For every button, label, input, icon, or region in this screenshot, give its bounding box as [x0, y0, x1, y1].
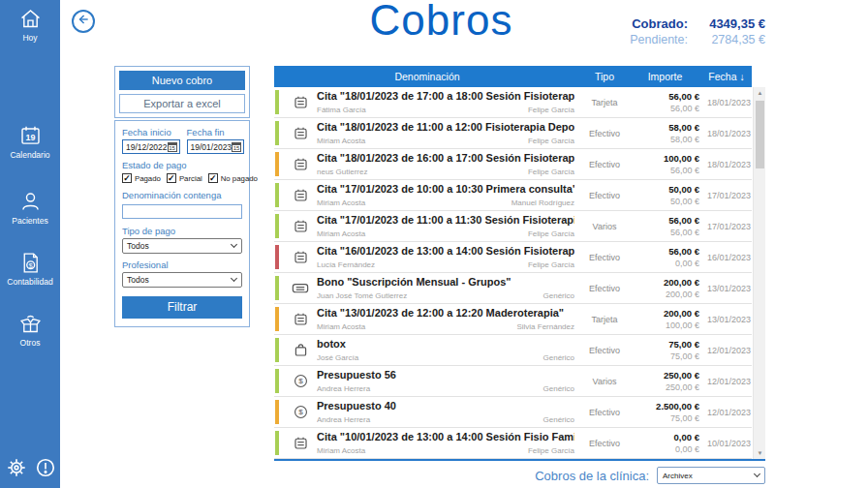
amount-total: 2.500,00 €	[656, 401, 699, 412]
table-row[interactable]: $ Presupuesto 56 Andrea Herrera Genérico…	[274, 366, 752, 397]
charge-date: 16/01/2023	[701, 242, 752, 272]
fecha-inicio-input[interactable]: 19/12/2022 15	[122, 139, 180, 154]
sidebar-item-calendario[interactable]: 19 Calendario	[0, 124, 60, 160]
charge-title: Cita "18/01/2023 de 16:00 a 17:00 Sesión…	[317, 152, 574, 164]
status-bar	[275, 276, 279, 300]
col-denominacion[interactable]: Denominación	[274, 71, 580, 82]
charge-date: 13/01/2023	[701, 304, 752, 334]
table-row[interactable]: $ Bono "Suscripción Mensual - Grupos" Ju…	[274, 273, 752, 304]
amount-cell: 56,00 € 0,00 €	[629, 242, 701, 272]
chevron-down-icon	[754, 471, 760, 477]
table-row[interactable]: $ Cita "17/01/2023 de 10:00 a 10:30 Prim…	[274, 180, 752, 211]
amount-paid: 100,00 €	[666, 320, 699, 331]
table-row[interactable]: $ Cita "18/01/2023 de 16:00 a 17:00 Sesi…	[274, 149, 752, 180]
appointment-icon	[284, 242, 317, 272]
sidebar-item-otros[interactable]: Otros	[0, 312, 60, 348]
charge-date: 12/01/2023	[701, 335, 752, 365]
payment-type: Tarjeta	[580, 304, 629, 334]
table-row[interactable]: $ botox José García Genérico Efectivo 75…	[274, 335, 752, 366]
filter-panel: Fecha inicio 19/12/2022 15 Fecha fin 19/…	[114, 120, 250, 327]
patient-name: Miriam Acosta	[317, 322, 365, 331]
sidebar-item-hoy[interactable]: Hoy	[0, 7, 60, 43]
denominacion-input[interactable]	[122, 204, 242, 219]
clinic-bar: Cobros de la clínica: Archivex	[535, 467, 765, 484]
patient-name: Andrea Herrera	[317, 415, 370, 424]
amount-total: 56,00 €	[668, 91, 699, 103]
chevron-down-icon	[231, 240, 237, 247]
table-row[interactable]: $ Cita "17/01/2023 de 11:00 a 11:30 Sesi…	[274, 211, 752, 242]
table-row[interactable]: $ Cita "18/01/2023 de 17:00 a 18:00 Sesi…	[274, 87, 752, 118]
amount-cell: 56,00 € 56,00 €	[629, 211, 701, 241]
professional-name: Manuel Rodríguez	[512, 198, 574, 207]
table-row[interactable]: $ Cita "10/01/2023 de 13:00 a 14:00 Sesi…	[274, 428, 752, 459]
product-icon	[284, 335, 317, 365]
status-bar	[275, 90, 279, 114]
pendiente-value: 2784,35 €	[692, 32, 765, 47]
amount-total: 0,00 €	[674, 432, 699, 443]
amount-total: 58,00 €	[668, 122, 699, 134]
fecha-fin-label: Fecha fin	[187, 127, 245, 137]
appointment-icon	[284, 87, 317, 117]
pendiente-label: Pendiente:	[630, 32, 688, 47]
amount-cell: 58,00 € 58,00 €	[629, 118, 701, 148]
profesional-select[interactable]: Todos	[122, 272, 242, 288]
col-tipo[interactable]: Tipo	[580, 71, 629, 82]
professional-name: Felipe García	[528, 168, 574, 176]
filtrar-button[interactable]: Filtrar	[122, 296, 242, 319]
amount-cell: 2.500,00 € 75,00 €	[629, 397, 701, 427]
actions-panel: Nuevo cobro Exportar a excel	[114, 66, 250, 118]
amount-cell: 56,00 € 56,00 €	[629, 87, 701, 117]
checkbox-pagado[interactable]	[122, 173, 132, 183]
charge-date: 12/01/2023	[701, 397, 752, 427]
scroll-down-icon[interactable]: ▼	[754, 447, 766, 459]
calendar-picker-icon[interactable]: 15	[168, 142, 177, 152]
sidebar-item-pacientes[interactable]: Pacientes	[0, 190, 60, 226]
back-button[interactable]	[72, 10, 95, 33]
tipo-pago-select[interactable]: Todos	[122, 238, 242, 254]
amount-paid: 200,00 €	[666, 289, 699, 300]
totals: Cobrado: 4349,35 € Pendiente: 2784,35 €	[630, 16, 765, 47]
status-bar	[275, 214, 279, 238]
clinic-select[interactable]: Archivex	[657, 467, 765, 484]
svg-text:$: $	[298, 408, 303, 416]
col-fecha[interactable]: Fecha ↓	[701, 71, 752, 82]
charge-title: Cita "17/01/2023 de 10:00 a 10:30 Primer…	[317, 183, 574, 195]
charge-date: 13/01/2023	[701, 273, 752, 303]
budget-icon: $	[284, 366, 317, 396]
charge-title: Bono "Suscripción Mensual - Grupos"	[317, 276, 574, 288]
estado-pago-label: Estado de pago	[122, 160, 242, 170]
charge-title: Cita "18/01/2023 de 17:00 a 18:00 Sesión…	[317, 90, 574, 102]
scrollbar-thumb[interactable]	[756, 101, 764, 168]
amount-cell: 50,00 € 50,00 €	[629, 180, 701, 210]
amount-total: 50,00 €	[668, 184, 699, 196]
table-row[interactable]: $ Cita "16/01/2023 de 13:00 a 14:00 Sesi…	[274, 242, 752, 273]
sort-down-icon: ↓	[739, 71, 744, 82]
clinic-label: Cobros de la clínica:	[535, 469, 649, 483]
scroll-up-icon[interactable]: ▲	[754, 87, 766, 99]
col-importe[interactable]: Importe	[629, 71, 701, 82]
professional-name: Genérico	[543, 415, 574, 424]
fecha-fin-input[interactable]: 19/01/2023 15	[187, 139, 245, 154]
table-scrollbar[interactable]: ▲ ▼	[753, 87, 765, 459]
status-bar	[275, 307, 279, 331]
appointment-icon	[284, 180, 317, 210]
table-row[interactable]: $ Presupuesto 40 Andrea Herrera Genérico…	[274, 397, 752, 428]
table-row[interactable]: $ Cita "13/01/2023 de 12:00 a 12:20 Made…	[274, 304, 752, 335]
alert-icon[interactable]	[35, 457, 56, 482]
professional-name: Genérico	[543, 384, 574, 393]
cobrado-value: 4349,35 €	[692, 16, 765, 32]
sidebar-item-contabilidad[interactable]: $ Contabilidad	[0, 251, 60, 287]
payment-type: Efectivo	[580, 273, 629, 303]
settings-icon[interactable]	[6, 457, 27, 482]
calendar-picker-icon[interactable]: 15	[232, 142, 241, 152]
new-charge-button[interactable]: Nuevo cobro	[119, 71, 245, 90]
status-bar	[275, 183, 279, 207]
checkbox-parcial[interactable]	[167, 173, 176, 183]
sidebar-item-label: Calendario	[0, 150, 60, 160]
checkbox-pagado-label: Pagado	[135, 174, 161, 183]
table-row[interactable]: $ Cita "18/01/2023 de 11:00 a 12:00 Fisi…	[274, 118, 752, 149]
appointment-icon	[284, 149, 317, 179]
export-excel-button[interactable]: Exportar a excel	[119, 94, 245, 113]
checkbox-no-pagado[interactable]	[208, 173, 218, 183]
appointment-icon	[284, 304, 317, 334]
